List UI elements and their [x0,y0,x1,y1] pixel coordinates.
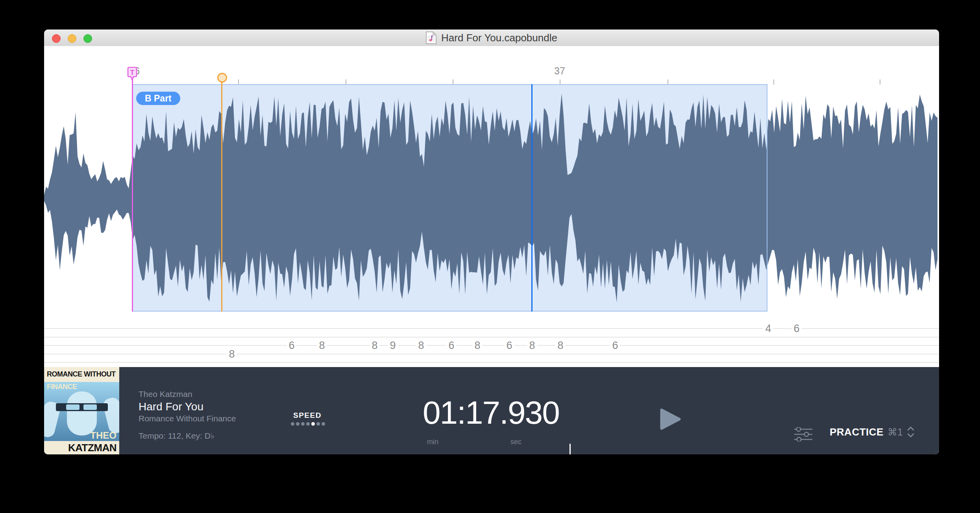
tab-fret-number: 6 [791,323,801,334]
mode-stepper-chevrons[interactable] [907,425,915,439]
window-title: Hard For You.capobundle [441,32,557,44]
section-badge-label: B Part [145,93,172,104]
section-flag-marker[interactable]: T [127,67,138,82]
speed-label: SPEED [293,411,322,420]
tab-fret-number: 9 [388,340,398,351]
tab-fret-number: 6 [504,340,514,351]
song-artist: Theo Katzman [139,389,192,399]
tab-fret-number: 8 [227,348,237,360]
tab-fret-number: 6 [287,340,296,351]
mode-label: PRACTICE [830,426,884,438]
play-button[interactable] [660,408,681,430]
window-title-group: Hard For You.capobundle [44,30,939,46]
section-marker-line[interactable] [132,79,133,312]
speed-dots[interactable] [291,422,325,426]
speed-dot-active[interactable] [311,422,315,426]
tab-fret-number: 8 [317,340,327,351]
flag-letter: T [130,69,135,76]
speed-dot[interactable] [301,422,305,426]
tab-fret-number: 8 [527,340,537,351]
album-art-glasses [56,403,108,411]
tab-string-line [44,362,939,363]
album-art-text-4: KATZMAN [68,442,116,454]
time-min-label: min [427,438,438,446]
album-art-text-1: ROMANCE WITHOUT [47,370,115,378]
song-tempo-key: Tempo: 112, Key: D♭ [139,431,214,441]
capo-window: Hard For You.capobundle 3637 T B Part 46… [44,30,939,454]
album-art: ROMANCE WITHOUT FINANCE THEO KATZMAN [44,367,119,454]
tab-string-line [44,345,939,346]
tab-fret-number: 8 [472,340,482,351]
time-sec-label: sec [510,438,521,446]
title-bar[interactable]: Hard For You.capobundle [44,30,939,46]
loop-start-marker-handle[interactable] [217,73,227,83]
mode-selector[interactable]: PRACTICE ⌘1 [830,425,915,439]
speed-dot[interactable] [322,422,325,426]
playhead-line[interactable] [531,84,533,312]
waveform-pane[interactable]: 3637 T B Part 46688986868868 [44,46,939,367]
song-title: Hard For You [139,400,203,413]
album-art-text-3: THEO [90,430,116,441]
tab-string-line [44,328,939,329]
speed-dot[interactable] [306,422,310,426]
loop-start-marker-line[interactable] [221,81,222,312]
tab-fret-number: 6 [610,340,620,351]
speed-dot[interactable] [291,422,294,426]
mode-shortcut: ⌘1 [888,426,903,438]
album-art-face [67,391,97,435]
bar-number-label: 37 [554,65,565,77]
section-badge[interactable]: B Part [136,92,180,105]
tempo-slider-knob-stem [570,444,571,454]
time-display: 01:17.930 [423,397,559,429]
tab-string-line [44,354,939,354]
document-music-icon [426,31,436,44]
album-art-text-2: FINANCE [47,383,77,391]
tab-fret-number: 4 [763,323,773,334]
tab-fret-number: 6 [446,340,456,351]
tab-string-line [44,337,939,338]
speed-dot[interactable] [296,422,300,426]
speed-dot[interactable] [316,422,320,426]
transport-bar: ROMANCE WITHOUT FINANCE THEO KATZMAN The… [44,367,939,454]
tab-fret-number: 8 [416,340,426,351]
song-album: Romance Without Finance [139,414,236,423]
desktop: Hard For You.capobundle 3637 T B Part 46… [0,0,980,513]
tab-fret-number: 8 [555,340,565,351]
tab-fret-number: 8 [370,340,379,351]
loop-selection-border [133,84,767,312]
effects-sliders-icon[interactable] [794,427,812,441]
